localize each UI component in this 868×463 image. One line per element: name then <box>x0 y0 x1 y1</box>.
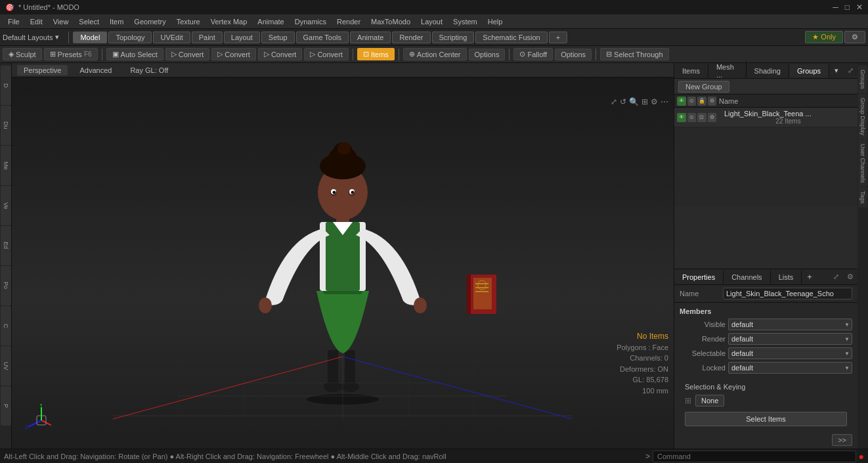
new-group-btn[interactable]: New Group <box>678 81 729 93</box>
vtab-tags[interactable]: Tags <box>858 187 867 208</box>
visible-select[interactable]: defaultyesno <box>728 319 852 330</box>
menu-view[interactable]: View <box>48 16 74 27</box>
vtab-group-display[interactable]: Group Display <box>858 94 867 139</box>
viewport[interactable]: Perspective Advanced Ray GL: Off ⤢ ↺ 🔍 ⊞… <box>12 63 674 449</box>
menu-geometry[interactable]: Geometry <box>129 16 171 27</box>
sidebar-tab-me[interactable]: Me <box>1 146 11 185</box>
more-btn[interactable]: >> <box>832 434 852 446</box>
menu-help[interactable]: Help <box>483 16 508 27</box>
items-btn[interactable]: ⊡ Items <box>357 48 395 60</box>
command-dot-icon[interactable]: ● <box>859 451 864 462</box>
props-tab-channels[interactable]: Channels <box>724 271 770 284</box>
sidebar-tab-du[interactable]: Du <box>1 106 11 145</box>
convert-btn-2[interactable]: ▷ Convert <box>211 48 256 60</box>
vp-search-icon[interactable]: 🔍 <box>629 97 639 106</box>
panel-more-btn[interactable]: ▾ <box>829 64 844 77</box>
menu-maxtomodo[interactable]: MaxToModo <box>366 16 416 27</box>
star-only-btn[interactable]: ★ Only <box>805 31 843 43</box>
tab-topology[interactable]: Topology <box>108 32 152 43</box>
select-through-btn[interactable]: ⊟ Select Through <box>600 48 668 60</box>
menu-vertexmap[interactable]: Vertex Map <box>206 16 253 27</box>
panel-expand-icon[interactable]: ⤢ <box>844 64 857 77</box>
vp-settings-icon[interactable]: ⚙ <box>651 97 658 106</box>
vp-tab-perspective[interactable]: Perspective <box>17 65 68 76</box>
tab-uvedit[interactable]: UVEdit <box>153 32 190 43</box>
sidebar-tab-ed[interactable]: Ed <box>1 226 11 265</box>
action-center-btn[interactable]: ⊕ Action Center <box>403 48 467 60</box>
sculpt-btn[interactable]: ◈ Sculpt <box>3 48 42 60</box>
maximize-btn[interactable]: □ <box>845 3 850 12</box>
select-items-btn[interactable]: Select Items <box>685 412 847 426</box>
menu-texture[interactable]: Texture <box>171 16 206 27</box>
menu-system[interactable]: System <box>448 16 483 27</box>
viewport-canvas[interactable]: ⤢ ↺ 🔍 ⊞ ⚙ ⋯ <box>12 77 674 449</box>
selectable-select[interactable]: defaultyesno <box>728 347 852 359</box>
vp-tab-advanced[interactable]: Advanced <box>73 65 118 76</box>
tab-scripting[interactable]: Scripting <box>432 32 475 43</box>
auto-select-btn[interactable]: ▣ Auto Select <box>106 48 163 60</box>
convert-btn-1[interactable]: ▷ Convert <box>165 48 210 60</box>
tab-mesh[interactable]: Mesh ... <box>708 60 747 81</box>
tab-gametools[interactable]: Game Tools <box>296 32 349 43</box>
tab-layout[interactable]: Layout <box>224 32 260 43</box>
convert-btn-4[interactable]: ▷ Convert <box>304 48 349 60</box>
tab-items[interactable]: Items <box>674 64 708 77</box>
presets-btn[interactable]: ⊞ Presets F6 <box>44 48 98 60</box>
props-tab-properties[interactable]: Properties <box>674 271 724 284</box>
props-tab-lists[interactable]: Lists <box>771 271 802 284</box>
tab-model[interactable]: Model <box>73 32 107 43</box>
convert-btn-3[interactable]: ▷ Convert <box>258 48 303 60</box>
lock-icon[interactable]: ⊡ <box>697 113 706 122</box>
settings-btn[interactable]: ⚙ <box>844 31 865 43</box>
vp-more-icon[interactable]: ⋯ <box>661 97 668 106</box>
vtab-user-channels[interactable]: User Channels <box>858 140 867 187</box>
vp-grid-icon[interactable]: ⊞ <box>641 97 648 106</box>
right-vtabs: Groups Group Display User Channels Tags <box>857 63 868 449</box>
menu-layout[interactable]: Layout <box>416 16 448 27</box>
sidebar-tab-c[interactable]: C <box>1 306 11 345</box>
props-expand-icon[interactable]: ⤢ <box>829 270 843 284</box>
falloff-btn[interactable]: ⊙ Falloff <box>513 48 553 60</box>
tab-schematic[interactable]: Schematic Fusion <box>475 32 547 43</box>
options-btn-1[interactable]: Options <box>469 49 506 60</box>
command-input[interactable] <box>653 451 856 462</box>
vp-expand-icon[interactable]: ⤢ <box>611 97 617 106</box>
locked-select[interactable]: defaultyesno <box>728 362 852 374</box>
menu-select[interactable]: Select <box>74 16 104 27</box>
menu-dynamics[interactable]: Dynamics <box>290 16 332 27</box>
close-btn[interactable]: ✕ <box>856 3 863 12</box>
tab-paint[interactable]: Paint <box>192 32 223 43</box>
sidebar-tab-po[interactable]: Po <box>1 266 11 305</box>
sidebar-tab-uv[interactable]: UV <box>1 346 11 386</box>
tab-animate[interactable]: Animate <box>350 32 391 43</box>
vp-rotate-icon[interactable]: ↺ <box>620 97 626 106</box>
none-btn[interactable]: None <box>695 395 724 407</box>
props-add-btn[interactable]: + <box>802 269 817 284</box>
render-icon[interactable]: ⊙ <box>687 113 697 122</box>
props-settings-icon[interactable]: ⚙ <box>843 270 857 284</box>
menu-item[interactable]: Item <box>104 16 129 27</box>
menu-animate[interactable]: Animate <box>252 16 289 27</box>
sidebar-tab-ve[interactable]: Ve <box>1 186 11 225</box>
minimize-btn[interactable]: ─ <box>833 3 838 12</box>
vp-tab-raygl[interactable]: Ray GL: Off <box>123 65 175 76</box>
tab-render[interactable]: Render <box>392 32 430 43</box>
sidebar-tab-p[interactable]: P <box>1 386 11 426</box>
group-row[interactable]: 👁 ⊙ ⊡ ⚙ Light_Skin_Black_Teena ... 22 It… <box>674 108 857 127</box>
vtab-groups[interactable]: Groups <box>858 66 867 93</box>
render-select[interactable]: defaultyesno <box>728 333 852 345</box>
visibility-icon[interactable]: 👁 <box>677 113 686 122</box>
options-btn-2[interactable]: Options <box>555 49 592 60</box>
titlebar-controls[interactable]: ─ □ ✕ <box>833 3 863 12</box>
layout-dropdown[interactable]: Default Layouts ▾ <box>3 33 59 41</box>
name-input[interactable] <box>723 288 852 299</box>
sidebar-tab-d[interactable]: D <box>1 66 11 105</box>
tab-setup[interactable]: Setup <box>261 32 295 43</box>
menu-render[interactable]: Render <box>332 16 366 27</box>
settings-icon[interactable]: ⚙ <box>708 113 717 122</box>
menu-file[interactable]: File <box>3 16 25 27</box>
tab-add[interactable]: + <box>549 32 567 43</box>
tab-shading[interactable]: Shading <box>747 64 789 77</box>
menu-edit[interactable]: Edit <box>25 16 48 27</box>
tab-groups[interactable]: Groups <box>789 64 829 77</box>
